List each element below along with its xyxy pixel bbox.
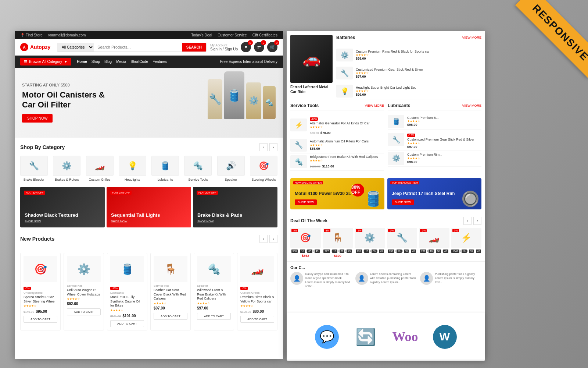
customer2-avatar: 👤 <box>355 272 368 285</box>
lp1-name: Custom Premium B... <box>407 116 481 120</box>
tools-view-more[interactable]: VIEW MORE <box>365 104 384 107</box>
category-next-button[interactable]: › <box>269 143 277 151</box>
tp2-info: Automatic Aluminum Oil Filters For Cars … <box>310 139 384 151</box>
product-seat-cover: 🪑 Service Kits Leather Car Seat Cover Bl… <box>150 253 191 330</box>
new-products-title: New Products <box>20 236 54 242</box>
gift-certificates-link[interactable]: Gift Certificates <box>252 33 277 37</box>
wordpress-icon: W <box>433 325 457 349</box>
deal-item-6: -5%⚡ 1047: 18: 00: 49 <box>451 228 482 258</box>
deal-next-button[interactable]: › <box>473 217 481 225</box>
deal5-img: -5%🏎️ <box>419 228 449 248</box>
products-prev-button[interactable]: ‹ <box>259 235 268 243</box>
product3-sale: -10% <box>110 287 119 290</box>
products-next-button[interactable]: › <box>269 235 277 243</box>
product6-img: 🏎️ <box>240 256 274 282</box>
hero-shop-now-button[interactable]: SHOP NOW <box>22 114 53 123</box>
customers-section: Our C... 👤 Galley of type and scrambled … <box>287 261 485 292</box>
deal1-timer: 998: 18: 00: 49 <box>290 250 321 253</box>
deal3-discount: -2% <box>356 229 362 232</box>
email-link[interactable]: yourmail@domain.com <box>48 33 86 37</box>
deal-header: Deal Of The Week ‹ › <box>290 217 481 225</box>
category-dropdown[interactable]: All Categories <box>57 43 94 52</box>
category-brakes-rotors[interactable]: ⚙️ Brakes & Rotors <box>53 156 80 181</box>
product5-add-to-cart[interactable]: ADD TO CART <box>197 313 231 320</box>
category-headlights[interactable]: 💡 Headlights <box>119 156 146 181</box>
refresh-logo-item: 🔄 <box>354 325 377 349</box>
logo[interactable]: A Autopzy <box>20 43 53 51</box>
product4-add-to-cart[interactable]: ADD TO CART <box>154 313 187 320</box>
product2-cat: Service Kits <box>67 284 101 287</box>
customer-2: 👤 Lorem sheets containing Lorem with des… <box>355 272 417 289</box>
lp1-price: $98.00 <box>407 123 481 127</box>
topbar-right: Today's Deal Customer Service Gift Certi… <box>191 33 277 37</box>
batteries-view-more[interactable]: VIEW MORE <box>462 36 481 39</box>
tools-header: Service Tools VIEW MORE <box>290 103 384 110</box>
batteries-header: Batteries VIEW MORE <box>336 35 481 42</box>
customer-service-link[interactable]: Customer Service <box>218 33 247 37</box>
promo1-shop[interactable]: SHOP NOW <box>25 220 78 223</box>
promo1-text: Shadow Black Textured SHOP NOW <box>25 212 78 223</box>
jeep-shop-button[interactable]: SHOP NOW <box>392 199 414 205</box>
deal4-min: 00 <box>404 250 409 253</box>
product1-add-to-cart[interactable]: ADD TO CART <box>24 316 57 323</box>
product-rims: 🏎️ -5% Custom Grilles Premium Rims Black… <box>237 253 277 330</box>
nav-features[interactable]: Features <box>153 60 167 64</box>
browse-all-button[interactable]: ☰ Browse All Category ▼ <box>20 58 71 66</box>
sign-in-link[interactable]: Sign In / Sign Up <box>210 47 238 51</box>
tp3-pricing: $126.00 $110.00 <box>310 162 384 169</box>
category-lubricants[interactable]: 🛢️ Lubricants <box>151 156 179 181</box>
wishlist-icon-wrapper[interactable]: ♥ 0 <box>241 42 251 52</box>
product5-name: Wildwood Front & Rear Brake Kit With Red… <box>197 288 231 301</box>
product4-cat: Service Kits <box>154 284 187 287</box>
compare-icon-wrapper[interactable]: ⇄ 0 <box>254 42 264 52</box>
category-speaker[interactable]: 🔊 Speaker <box>217 156 245 181</box>
deal6-img: -5%⚡ <box>451 228 482 248</box>
category-steering-wheels[interactable]: 🎯 Steering Wheels <box>250 156 277 181</box>
tp1-discount: -12% <box>310 117 318 121</box>
customer2-text: Lorem sheets containing Lorem with deskt… <box>370 272 417 289</box>
new-offer-badge: NEW SPECIAL OFFER <box>293 181 323 184</box>
deal-prev-button[interactable]: ‹ <box>463 217 472 225</box>
product3-pricing: $131.00 $101.00 <box>110 312 144 319</box>
product1-stars: ★★★★☆ <box>24 304 57 308</box>
deal-arrows: ‹ › <box>463 217 481 225</box>
lp2-info: -12% Customized Premium Gear Stick Red &… <box>407 131 481 149</box>
nav-shop[interactable]: Shop <box>92 60 100 64</box>
product5-price: $97.00 <box>197 306 231 310</box>
tp1-pricing: $80.00 $70.00 <box>310 129 384 135</box>
category-service-tools[interactable]: 🔩 Service Tools <box>184 156 212 181</box>
promo3-shop[interactable]: SHOP NOW <box>197 220 242 223</box>
product3-add-to-cart[interactable]: ADD TO CART <box>110 320 144 327</box>
search-button[interactable]: SEARCH <box>182 43 206 52</box>
nav-media[interactable]: Media <box>116 60 126 64</box>
nav-home[interactable]: Home <box>77 60 87 64</box>
deal4-timer: 757: 18: 00: 49 <box>387 250 417 253</box>
motul-discount-badge: 30% OFF <box>351 184 364 197</box>
category-custom-grilles[interactable]: 🏎️ Custom Grilles <box>86 156 114 181</box>
categories-section: Shop By Category ‹ › 🔧 Brake Bleeder ⚙️ … <box>15 138 283 187</box>
promo2-badge: FLAT 25% OFF <box>110 191 132 195</box>
promo2-shop[interactable]: SHOP NOW <box>111 220 160 223</box>
product6-sale: -5% <box>240 287 248 290</box>
customer-reviews: 👤 Galley of type and scrambled it to mak… <box>290 272 481 289</box>
lube-view-more[interactable]: VIEW MORE <box>462 104 481 107</box>
nav-shortcode[interactable]: ShortCode <box>130 60 148 64</box>
product-brake-kit: 🔩 Speaker Wildwood Front & Rear Brake Ki… <box>194 253 234 330</box>
todays-deal-link[interactable]: Today's Deal <box>191 33 212 37</box>
chat-logo-item: 💬 <box>315 325 339 349</box>
find-store-link[interactable]: 📍 Find Store <box>20 33 43 37</box>
nav-blog[interactable]: Blog <box>104 60 112 64</box>
promo1-title: Shadow Black Textured <box>25 212 78 218</box>
cart-icon-wrapper[interactable]: 🛒 0 <box>267 42 277 52</box>
category-brake-bleeder[interactable]: 🔧 Brake Bleeder <box>20 156 48 181</box>
search-input[interactable] <box>94 43 182 52</box>
motul-shop-button[interactable]: SHOP NOW <box>295 199 317 205</box>
product1-cat: Uncategorized <box>24 291 57 294</box>
deal5-timer: 731: 18: 00: 49 <box>419 250 449 253</box>
hero-text: STARTING AT ONLY $500 Motor Oil Canister… <box>22 83 105 123</box>
category-prev-button[interactable]: ‹ <box>259 143 268 151</box>
product6-add-to-cart[interactable]: ADD TO CART <box>240 316 274 323</box>
product2-add-to-cart[interactable]: ADD TO CART <box>67 308 101 315</box>
promo2-title: Sequential Tail Lights <box>111 212 160 218</box>
tp2-price: $35.00 <box>310 147 384 151</box>
